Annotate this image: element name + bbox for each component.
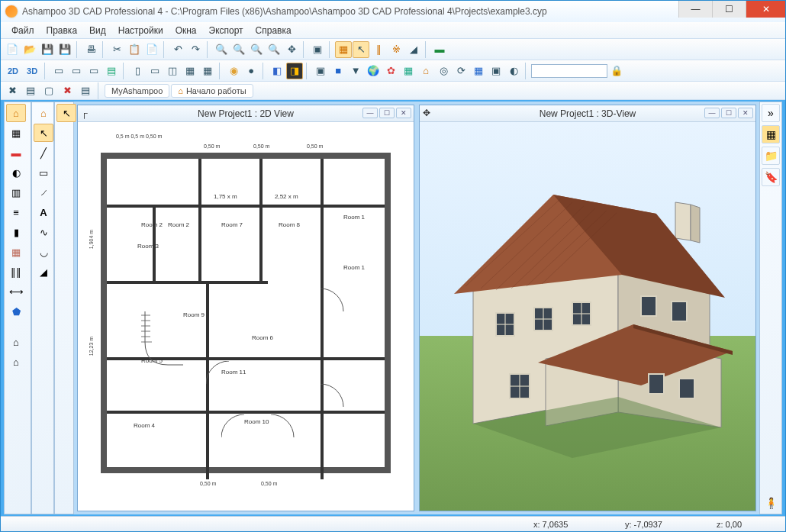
layout-2h-icon[interactable]: ▭ (147, 63, 163, 79)
save-as-icon[interactable]: 💾 (56, 41, 73, 58)
section-icon[interactable]: ⌂ (6, 333, 26, 351)
render-icon[interactable]: ◉ (225, 63, 242, 79)
fullscreen-icon[interactable]: ▣ (309, 41, 326, 58)
maximize-button[interactable]: ☐ (712, 1, 746, 18)
rect-icon[interactable]: ▭ (34, 163, 53, 182)
zoom-in-icon[interactable]: 🔍 (213, 41, 230, 58)
menu-settings[interactable]: Настройки (114, 24, 168, 37)
mode-3d-button[interactable]: 3D (23, 63, 41, 79)
redo-icon[interactable]: ↷ (187, 41, 204, 58)
menu-file[interactable]: Файл (7, 24, 39, 37)
house2-icon[interactable]: ⌂ (34, 104, 53, 122)
menu-view[interactable]: Вид (85, 24, 111, 37)
menu-help[interactable]: Справка (251, 24, 296, 37)
pane-close-icon[interactable]: ✕ (396, 108, 411, 118)
tag-icon[interactable]: 🔖 (762, 168, 780, 186)
box-icon[interactable]: ▢ (40, 82, 57, 99)
zoom-out-icon[interactable]: 🔍 (230, 41, 247, 58)
earth-icon[interactable]: 🌍 (365, 63, 382, 79)
copy-icon[interactable]: 📋 (126, 41, 143, 58)
door-icon[interactable]: ◐ (6, 163, 26, 182)
layer-toggle-icon[interactable]: ▣ (312, 63, 329, 79)
select-icon[interactable]: ↖ (353, 41, 369, 58)
orbit-corner-icon[interactable]: ✥ (423, 108, 430, 118)
open-file-icon[interactable]: 📂 (21, 41, 38, 58)
paste-icon[interactable]: 📄 (143, 41, 160, 58)
pane-max-icon[interactable]: ☐ (721, 108, 736, 118)
color-fill-icon[interactable]: ■ (330, 63, 346, 79)
material-icon[interactable]: ◨ (286, 63, 303, 79)
layout-3-icon[interactable]: ▦ (182, 63, 198, 79)
snap-icon[interactable]: ※ (388, 41, 404, 58)
layer-combo[interactable] (531, 64, 607, 78)
print-icon[interactable]: 🖶 (82, 41, 99, 58)
curve-icon[interactable]: ∿ (34, 223, 53, 241)
line-icon[interactable]: ╱ (34, 143, 53, 162)
layout-4-icon[interactable]: ▦ (199, 63, 216, 79)
grid-icon[interactable]: ▦ (335, 41, 352, 58)
polyline-icon[interactable]: ⟋ (34, 183, 53, 202)
clock-icon[interactable]: ◐ (505, 63, 522, 79)
arc-icon[interactable]: ◡ (34, 243, 53, 261)
column-icon[interactable]: ▮ (6, 223, 26, 241)
shape-icon[interactable]: ◢ (34, 263, 53, 281)
tools-icon[interactable]: ✖ (4, 82, 21, 99)
wall-tool-icon[interactable]: ▬ (431, 41, 448, 58)
cut-icon[interactable]: ✂ (108, 41, 125, 58)
ruler-corner-icon[interactable]: ┌ (81, 108, 88, 118)
viewport-3d[interactable] (420, 122, 755, 511)
save-icon[interactable]: 💾 (39, 41, 56, 58)
pointer-icon[interactable]: ↖ (34, 124, 53, 142)
tree-icon[interactable]: ✿ (382, 63, 399, 79)
pane-max-icon[interactable]: ☐ (379, 108, 395, 118)
chart-icon[interactable]: ▦ (470, 63, 487, 79)
railing-icon[interactable]: ‖‖ (6, 263, 26, 281)
pane-min-icon[interactable]: — (362, 108, 378, 118)
dimension-icon[interactable]: ⟷ (6, 282, 26, 301)
camera-icon[interactable]: ◎ (435, 63, 452, 79)
elevation-icon[interactable]: ⌂ (6, 353, 26, 371)
myashampoo-link[interactable]: MyAshampoo (105, 84, 169, 98)
home-icon[interactable]: ⌂ (417, 63, 434, 79)
delete-icon[interactable]: ✖ (59, 82, 76, 99)
wall-red-icon[interactable]: ▬ (6, 143, 26, 162)
sphere-icon[interactable]: ● (243, 63, 259, 79)
folder-icon[interactable]: 📁 (762, 147, 780, 165)
minimize-button[interactable]: ― (678, 1, 712, 18)
shield-icon[interactable]: ⬟ (6, 302, 26, 321)
undo-icon[interactable]: ↶ (169, 41, 186, 58)
view-top-icon[interactable]: ▭ (50, 63, 67, 79)
menu-edit[interactable]: Правка (42, 24, 82, 37)
layout-2v-icon[interactable]: ◫ (164, 63, 181, 79)
angle-icon[interactable]: ◢ (405, 41, 422, 58)
sun-icon[interactable]: ▣ (488, 63, 504, 79)
stairs-icon[interactable]: ≡ (6, 203, 26, 221)
fence-icon[interactable]: ▦ (400, 63, 417, 79)
wrench-icon[interactable]: ▤ (22, 82, 39, 99)
layers-icon[interactable]: ▤ (103, 63, 120, 79)
orbit-icon[interactable]: ⟳ (453, 63, 469, 79)
expand-icon[interactable]: » (762, 104, 780, 122)
catalog-icon[interactable]: ▦ (762, 125, 780, 143)
person-icon[interactable]: 🧍 (762, 494, 780, 512)
lock-icon[interactable]: 🔒 (608, 63, 625, 79)
pane-min-icon[interactable]: — (704, 108, 720, 118)
text-icon[interactable]: A (34, 203, 53, 221)
texture-icon[interactable]: ▼ (347, 63, 364, 79)
calc-icon[interactable]: ▤ (77, 82, 94, 99)
grid-tool-icon[interactable]: ▦ (6, 124, 26, 142)
menu-windows[interactable]: Окна (171, 24, 201, 37)
house-tool-icon[interactable]: ⌂ (6, 104, 26, 122)
close-button[interactable]: ✕ (746, 1, 785, 18)
new-file-icon[interactable]: 📄 (4, 41, 21, 58)
brick-icon[interactable]: ▦ (6, 243, 26, 261)
viewport-2d[interactable]: 0,5 m 0,5 m 0,50 m 0,50 m 0,50 m 0,50 m … (78, 122, 414, 511)
pane-close-icon[interactable]: ✕ (738, 108, 753, 118)
guide-v-icon[interactable]: ‖ (370, 41, 387, 58)
window-icon[interactable]: ▥ (6, 183, 26, 202)
cube-icon[interactable]: ◧ (269, 63, 285, 79)
zoom-window-icon[interactable]: 🔍 (266, 41, 282, 58)
getstarted-link[interactable]: ⌂ Начало работы (171, 84, 253, 98)
view-front-icon[interactable]: ▭ (68, 63, 85, 79)
mode-2d-button[interactable]: 2D (4, 63, 22, 79)
